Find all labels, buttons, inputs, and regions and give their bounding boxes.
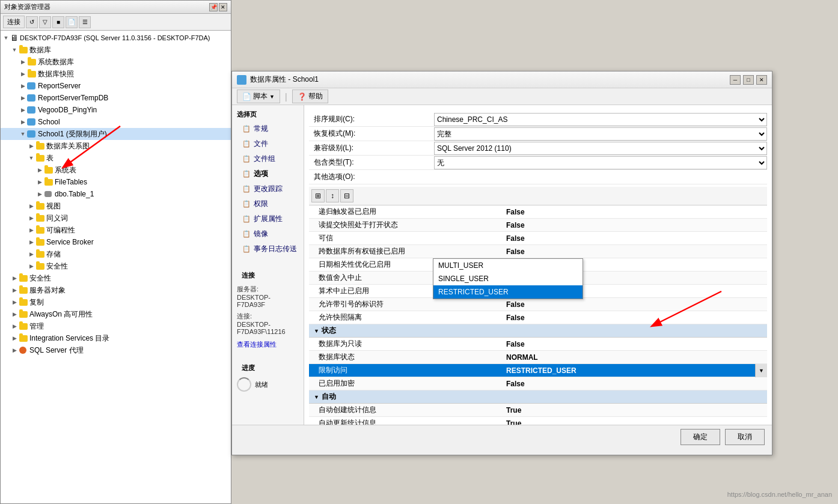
server-node[interactable]: ▼ 🖥 DESKTOP-F7DA93F (SQL Server 11.0.315…	[1, 32, 231, 44]
close-dialog-button[interactable]: ✕	[756, 75, 767, 85]
school1-node[interactable]: ▼ School1 (受限制用户)	[1, 128, 231, 140]
connection-props-link[interactable]: 查看连接属性	[237, 341, 277, 348]
snapshot-node[interactable]: ▶ 数据库快照	[1, 68, 231, 80]
collation-select[interactable]: Chinese_PRC_CI_AS	[434, 113, 767, 126]
server-objects-node[interactable]: ▶ 服务器对象	[1, 284, 231, 296]
storage-node[interactable]: ▶ 存储	[1, 248, 231, 260]
nav-logtransfer-label: 事务日志传送	[254, 244, 297, 254]
dbdiagram-node[interactable]: ▶ 数据库关系图	[1, 140, 231, 152]
security-top-folder-icon	[19, 274, 28, 282]
compat-value[interactable]: SQL Server 2012 (110)	[429, 142, 767, 155]
system-db-node[interactable]: ▶ 系统数据库	[1, 56, 231, 68]
nav-item-file[interactable]: 📋 文件	[232, 136, 304, 151]
security-top-label: 安全性	[29, 273, 51, 284]
reportserver-node[interactable]: ▶ ReportServer	[1, 80, 231, 92]
auto-chevron: ▼	[314, 394, 319, 400]
mgmt-folder-icon	[19, 322, 28, 330]
minimize-button[interactable]: ─	[730, 75, 741, 85]
synonyms-node[interactable]: ▶ 同义词	[1, 212, 231, 224]
prop-crossdb-chain-value: False	[501, 247, 759, 256]
recovery-value[interactable]: 完整	[429, 127, 767, 141]
nav-item-filegroup[interactable]: 📋 文件组	[232, 151, 304, 166]
contain-value[interactable]: 无	[429, 156, 767, 169]
help-button[interactable]: ❓ 帮助	[292, 90, 328, 103]
storage-label: 存储	[46, 249, 61, 260]
contain-select[interactable]: 无	[434, 156, 767, 169]
dbdiagram-folder-icon	[35, 142, 45, 150]
sqlagent-node[interactable]: ▶ SQL Server 代理	[1, 344, 231, 356]
management-node[interactable]: ▶ 管理	[1, 320, 231, 332]
prop-trustworthy-value: False	[501, 234, 759, 243]
props-toolbar-btn3[interactable]: ⊟	[340, 189, 353, 202]
school-icon	[27, 118, 37, 126]
reportservertempdb-node[interactable]: ▶ ReportServerTempDB	[1, 92, 231, 104]
databases-node[interactable]: ▼ 数据库	[1, 44, 231, 56]
prop-auto-update-stats: 自动更新统计信息 True	[309, 417, 767, 425]
rstempdb-icon	[27, 94, 37, 102]
nav-item-options[interactable]: 📋 选项	[232, 166, 304, 181]
watermark: https://blog.csdn.net/hello_mr_anan	[727, 491, 832, 498]
security-sub-label: 安全性	[46, 261, 68, 272]
rs-db-icon	[27, 82, 37, 90]
script-button[interactable]: 📄 脚本 ▼	[237, 90, 280, 103]
security-sub-node[interactable]: ▶ 安全性	[1, 260, 231, 272]
programmability-node[interactable]: ▶ 可编程性	[1, 224, 231, 236]
views-node[interactable]: ▶ 视图	[1, 200, 231, 212]
security-top-node[interactable]: ▶ 安全性	[1, 272, 231, 284]
service-broker-node[interactable]: ▶ Service Broker	[1, 236, 231, 248]
filetables-node[interactable]: ▶ FileTables	[1, 176, 231, 188]
help-label: 帮助	[308, 91, 323, 102]
summary-icon[interactable]: ☰	[79, 16, 91, 28]
dropdown-option-single[interactable]: SINGLE_USER	[433, 272, 583, 285]
dropdown-option-multi[interactable]: MULTI_USER	[433, 259, 583, 272]
cancel-button[interactable]: 取消	[725, 429, 765, 445]
school-node[interactable]: ▶ School	[1, 116, 231, 128]
dbo-table1-node[interactable]: ▶ dbo.Table_1	[1, 188, 231, 200]
sb-label: Service Broker	[46, 238, 94, 246]
replication-node[interactable]: ▶ 复制	[1, 296, 231, 308]
props-toolbar-btn2[interactable]: ↕	[326, 189, 339, 202]
security-sub-expand: ▶	[27, 262, 35, 270]
vegoodb-node[interactable]: ▶ VegooDB_PingYin	[1, 104, 231, 116]
compat-select[interactable]: SQL Server 2012 (110)	[434, 142, 767, 155]
systables-node[interactable]: ▶ 系统表	[1, 164, 231, 176]
dropdown-option-restricted[interactable]: RESTRICTED_USER	[433, 285, 583, 299]
prop-crossdb-chain: 跨数据库所有权链接已启用 False	[309, 245, 767, 258]
nav-item-logtransfer[interactable]: 📋 事务日志传送	[232, 241, 304, 257]
refresh-icon[interactable]: ↺	[26, 16, 38, 28]
sysdb-folder-icon	[27, 58, 37, 66]
filter-icon[interactable]: ▽	[39, 16, 51, 28]
props-toolbar-btn1[interactable]: ⊞	[311, 189, 325, 202]
nav-extprops-label: 扩展属性	[254, 214, 283, 224]
collation-value[interactable]: Chinese_PRC_CI_AS	[429, 113, 767, 126]
nav-item-extprops[interactable]: 📋 扩展属性	[232, 211, 304, 226]
new-query-icon[interactable]: 📄	[66, 16, 78, 28]
prop-restricted-access[interactable]: 限制访问 RESTRICTED_USER ▼	[309, 364, 767, 377]
nav-item-changetrack[interactable]: 📋 更改跟踪	[232, 181, 304, 196]
nav-item-permissions[interactable]: 📋 权限	[232, 196, 304, 211]
maximize-button[interactable]: □	[743, 75, 754, 85]
tree-container[interactable]: ▼ 🖥 DESKTOP-F7DA93F (SQL Server 11.0.315…	[1, 31, 231, 503]
dbo-table1-icon	[44, 190, 54, 198]
view-connection-props[interactable]: 查看连接属性	[237, 340, 299, 349]
systables-label: 系统表	[55, 165, 76, 175]
rs-expand: ▶	[19, 82, 27, 90]
connect-button[interactable]: 连接	[3, 16, 25, 28]
top-props-area: 排序规则(C): Chinese_PRC_CI_AS 恢复模式(M): 完整	[309, 110, 767, 187]
restricted-access-dropdown-arrow[interactable]: ▼	[755, 364, 767, 377]
nav-item-mirror[interactable]: 📋 镜像	[232, 226, 304, 241]
recovery-select[interactable]: 完整	[434, 127, 767, 141]
nav-item-general[interactable]: 📋 常规	[232, 121, 304, 136]
ok-button[interactable]: 确定	[680, 429, 720, 445]
compat-label: 兼容级别(L):	[309, 143, 429, 153]
pin-button[interactable]: 📌	[209, 3, 218, 11]
mirror-nav-icon: 📋	[242, 229, 251, 239]
status-section-label: 状态	[322, 326, 336, 336]
close-button[interactable]: ✕	[219, 3, 227, 11]
other-options-row: 其他选项(O):	[309, 170, 767, 184]
status-section: ▼ 状态	[309, 324, 767, 338]
tables-node[interactable]: ▼ 表	[1, 152, 231, 164]
alwayson-node[interactable]: ▶ AlwaysOn 高可用性	[1, 308, 231, 320]
stop-icon[interactable]: ■	[52, 16, 64, 28]
integration-node[interactable]: ▶ Integration Services 目录	[1, 332, 231, 344]
